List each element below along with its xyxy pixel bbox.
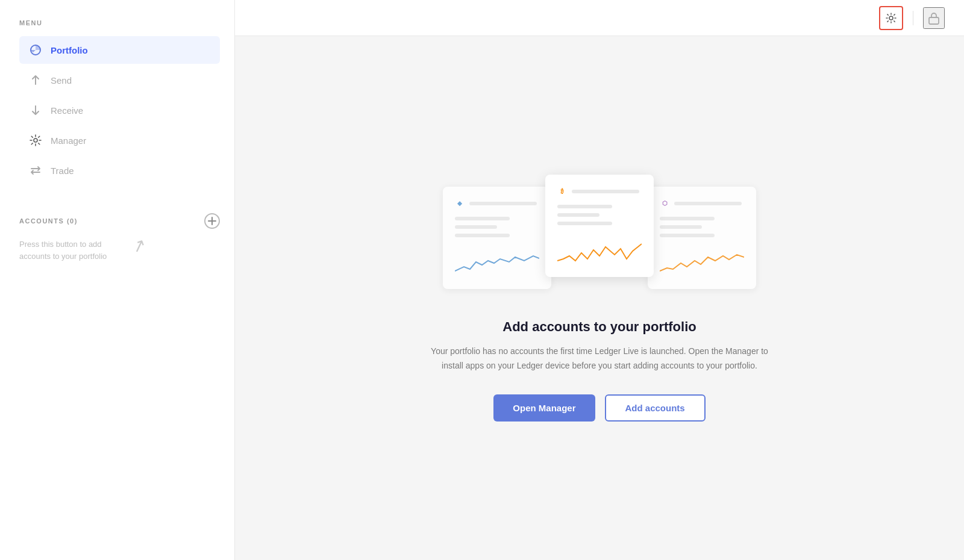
card-right-line2 — [660, 225, 702, 229]
sidebar-item-receive[interactable]: Receive — [19, 96, 220, 124]
portfolio-label: Portfolio — [51, 45, 88, 55]
send-label: Send — [51, 75, 72, 86]
topbar-divider — [913, 11, 913, 25]
topbar-icons — [879, 6, 945, 30]
card-left-title-line — [469, 202, 537, 205]
trade-icon — [29, 164, 42, 177]
svg-point-1 — [34, 138, 37, 142]
cards-illustration: ◆ ₿ — [443, 175, 756, 295]
card-right-coin-icon: ⬡ — [660, 199, 669, 208]
accounts-hint: Press this button to add accounts to you… — [19, 238, 128, 262]
settings-button[interactable] — [879, 6, 903, 30]
accounts-label: ACCOUNTS (0) — [19, 217, 78, 225]
lock-button[interactable] — [923, 7, 945, 29]
add-account-button[interactable] — [204, 213, 220, 229]
card-right-header: ⬡ — [660, 199, 744, 208]
svg-point-2 — [889, 16, 893, 20]
manager-label: Manager — [51, 135, 86, 146]
sidebar-item-trade[interactable]: Trade — [19, 157, 220, 184]
card-center-coin-icon: ₿ — [557, 187, 567, 196]
sidebar-menu-section: MENU Portfolio Send — [0, 0, 234, 187]
card-left-header: ◆ — [455, 199, 539, 208]
card-center-title-line — [572, 190, 639, 193]
content-area: ◆ ₿ — [235, 36, 964, 560]
receive-label: Receive — [51, 105, 83, 116]
empty-state-actions: Open Manager Add accounts — [493, 394, 705, 422]
sidebar-item-portfolio[interactable]: Portfolio — [19, 36, 220, 64]
card-center-line3 — [557, 222, 612, 225]
card-left-coin-icon: ◆ — [455, 199, 465, 208]
add-accounts-button[interactable]: Add accounts — [605, 394, 706, 422]
main-content: ◆ ₿ — [235, 0, 964, 560]
empty-state: ◆ ₿ — [389, 175, 810, 422]
card-center-header: ₿ — [557, 187, 642, 196]
svg-rect-3 — [929, 17, 939, 24]
manager-icon — [29, 134, 42, 147]
card-center-line2 — [557, 213, 599, 217]
card-right: ⬡ — [648, 187, 756, 289]
card-center-line1 — [557, 205, 612, 208]
card-right-title-line — [674, 202, 742, 205]
card-right-chart — [660, 250, 744, 277]
trade-label: Trade — [51, 166, 74, 176]
card-right-line3 — [660, 234, 715, 237]
card-left-line2 — [455, 225, 497, 229]
card-center: ₿ — [545, 175, 654, 277]
card-right-line1 — [660, 217, 715, 220]
accounts-section: ACCOUNTS (0) Press this button to add ac… — [0, 196, 234, 262]
topbar — [235, 0, 964, 36]
sidebar-item-send[interactable]: Send — [19, 66, 220, 94]
empty-state-description: Your portfolio has no accounts the first… — [431, 344, 768, 373]
card-left: ◆ — [443, 187, 551, 289]
card-left-line3 — [455, 234, 510, 237]
card-left-chart — [455, 250, 539, 277]
send-icon — [29, 73, 42, 87]
sidebar-item-manager[interactable]: Manager — [19, 126, 220, 154]
open-manager-button[interactable]: Open Manager — [493, 394, 595, 422]
card-center-chart — [557, 238, 642, 265]
accounts-header: ACCOUNTS (0) — [19, 213, 220, 229]
arrow-hint-icon: ↗ — [128, 232, 150, 260]
portfolio-icon — [29, 43, 42, 57]
receive-icon — [29, 104, 42, 117]
card-left-line1 — [455, 217, 510, 220]
sidebar: MENU Portfolio Send — [0, 0, 235, 560]
menu-label: MENU — [19, 19, 220, 26]
empty-state-title: Add accounts to your portfolio — [502, 319, 696, 335]
